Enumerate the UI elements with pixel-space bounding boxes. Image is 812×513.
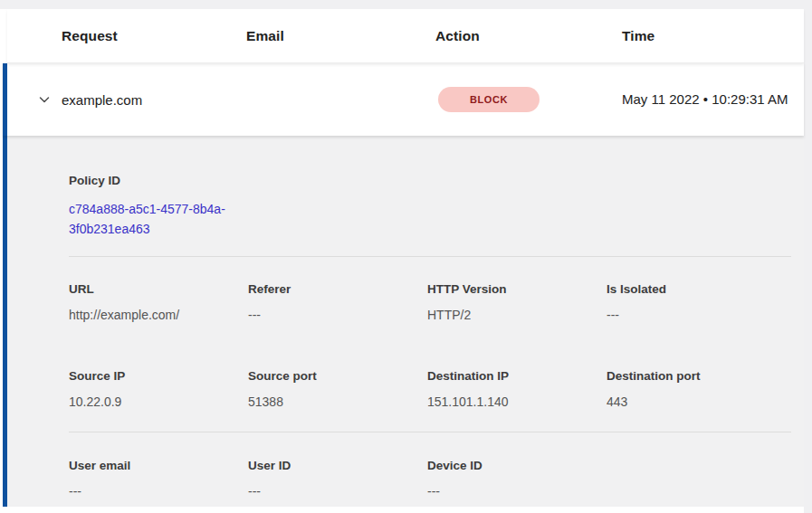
table-row[interactable]: example.com BLOCK May 11 2022 • 10:29:31… (3, 63, 804, 136)
field-value: --- (607, 308, 786, 323)
field-device-id: Device ID --- (427, 458, 607, 499)
policy-id-label: Policy ID (69, 173, 791, 188)
row-details-panel: Policy ID c784a888-a5c1-4577-8b4a-3f0b23… (3, 136, 804, 507)
row-timestamp: May 11 2022 • 10:29:31 AM (622, 89, 789, 110)
field-is-isolated: Is Isolated --- (607, 281, 786, 323)
field-value: 10.22.0.9 (69, 394, 248, 410)
field-url: URL http://example.com/ (69, 281, 248, 323)
row-action-cell: BLOCK (435, 87, 622, 112)
row-expand-toggle[interactable] (34, 90, 54, 109)
column-header-email: Email (246, 28, 435, 44)
field-label: User ID (248, 458, 427, 473)
field-http-version: HTTP Version HTTP/2 (427, 281, 607, 323)
action-block-badge: BLOCK (438, 87, 540, 112)
field-value: --- (248, 484, 427, 499)
field-value: http://example.com/ (69, 308, 248, 323)
field-value: 443 (607, 394, 786, 410)
gateway-log-page: Request Email Action Time example.com BL… (0, 0, 812, 513)
divider (69, 256, 791, 257)
page-top-strip (0, 0, 812, 9)
field-value: --- (248, 308, 427, 323)
row-request-domain: example.com (62, 92, 246, 108)
details-group-user: User email --- User ID --- Device ID --- (69, 458, 791, 499)
field-user-id: User ID --- (248, 458, 427, 499)
field-label: HTTP Version (427, 281, 607, 297)
field-destination-ip: Destination IP 151.101.1.140 (427, 368, 607, 410)
field-user-email: User email --- (69, 458, 248, 499)
details-group-network: Source IP 10.22.0.9 Source port 51388 De… (69, 368, 791, 410)
field-label: URL (69, 281, 248, 297)
field-label: User email (69, 458, 248, 473)
field-label: Source IP (69, 368, 248, 384)
field-label: Source port (248, 368, 427, 384)
chevron-down-icon (37, 92, 52, 107)
field-value: 151.101.1.140 (427, 394, 607, 410)
field-referer: Referer --- (248, 281, 427, 323)
field-value: 51388 (248, 394, 427, 410)
requests-log-table: Request Email Action Time example.com BL… (3, 9, 804, 507)
field-value: --- (427, 484, 607, 499)
page-right-gutter (804, 0, 812, 513)
field-label: Destination port (607, 368, 786, 384)
column-header-action: Action (435, 28, 622, 44)
policy-id-link[interactable]: c784a888-a5c1-4577-8b4a-3f0b231ea463 (69, 199, 254, 239)
details-group-request: URL http://example.com/ Referer --- HTTP… (69, 281, 791, 323)
column-header-time: Time (622, 28, 804, 44)
field-value: HTTP/2 (427, 308, 607, 323)
policy-id-section: Policy ID c784a888-a5c1-4577-8b4a-3f0b23… (69, 136, 791, 239)
field-destination-port: Destination port 443 (607, 368, 786, 410)
field-value: --- (69, 484, 248, 499)
row-time-cell: May 11 2022 • 10:29:31 AM (622, 89, 804, 110)
table-header-row: Request Email Action Time (7, 9, 804, 63)
field-label: Destination IP (427, 368, 607, 384)
field-source-ip: Source IP 10.22.0.9 (69, 368, 248, 410)
divider (69, 432, 791, 432)
field-label: Device ID (427, 458, 607, 473)
field-label: Is Isolated (607, 281, 786, 297)
field-source-port: Source port 51388 (248, 368, 427, 410)
field-label: Referer (248, 281, 427, 297)
column-header-request: Request (62, 28, 246, 44)
